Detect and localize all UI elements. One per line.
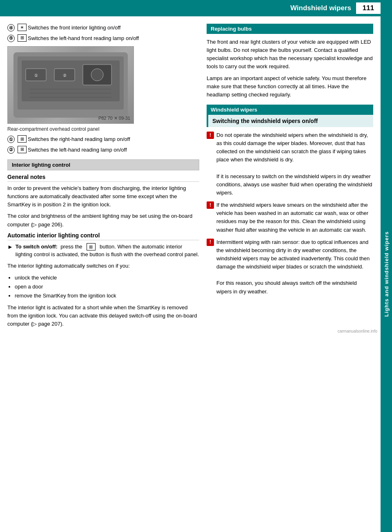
page-header: Windshield wipers 111	[0, 0, 392, 16]
icon-right-reading: ⊞	[18, 135, 27, 143]
warning-icon-3: !	[207, 239, 214, 246]
warning-block-2: ! If the windshield wipers leave smears …	[207, 201, 373, 234]
circle-num-p1: ①	[7, 136, 15, 143]
warning-block-1: ! Do not operate the windshield wipers w…	[207, 131, 373, 197]
circle-num-5: ⑤	[7, 35, 15, 42]
item-row-4: ④ ☀ Switches the front interior lighting…	[7, 24, 199, 32]
panel-item-2-text: Switches the left-hand reading lamp on/o…	[28, 146, 127, 154]
bullet-list: unlock the vehicle open a door remove th…	[15, 273, 199, 300]
icon-left-reading: ⊞	[18, 34, 27, 42]
switching-subheader: Switching the windshield wipers on/off	[207, 115, 373, 127]
panel-caption: Rear-compartment overhead control panel	[7, 126, 199, 132]
general-notes-title: General notes	[7, 174, 199, 182]
side-label-text: Lights and windshield wipers	[383, 231, 390, 317]
warning-icon-1: !	[207, 132, 214, 139]
warning-text-2: If the windshield wipers leave smears on…	[216, 201, 373, 234]
arrow-icon: ►	[7, 243, 13, 251]
replacing-bulbs-header: Replacing bulbs	[207, 24, 373, 34]
svg-text:①: ①	[34, 73, 38, 78]
general-notes-text2: The color and brightness of the ambient …	[7, 212, 199, 228]
action-row: ► To switch on/off: press the ⊞ button. …	[7, 243, 199, 259]
replacing-bulbs-text2: Lamps are an important aspect of vehicle…	[207, 74, 373, 99]
panel-image-label: P82 70 ✕ 09-31	[98, 116, 130, 121]
bullet-1: unlock the vehicle	[15, 273, 199, 282]
warning-block-3: ! Intermittent wiping with rain sensor: …	[207, 238, 373, 296]
warning-icon-2: !	[207, 201, 214, 209]
auto-text2: The interior light is activated for a sh…	[7, 304, 199, 328]
page-number: 111	[356, 2, 381, 14]
right-column: Replacing bulbs The front and rear light…	[207, 24, 373, 332]
item-4-text: Switches the front interior lighting on/…	[28, 24, 120, 32]
panel-image: ① ② P82 70 ✕ 09-3	[7, 46, 134, 124]
general-notes-text1: In order to prevent the vehicle's batter…	[7, 184, 199, 209]
svg-text:②: ②	[63, 73, 67, 78]
circle-num-4: ④	[7, 24, 15, 31]
auto-interior-title: Automatic interior lighting control	[7, 232, 199, 240]
icon-front-interior: ☀	[18, 24, 27, 31]
panel-item-row-1: ① ⊞ Switches the right-hand reading lamp…	[7, 135, 199, 143]
side-label: Lights and windshield wipers	[381, 16, 392, 532]
warning-text-1: Do not operate the windshield wipers whe…	[216, 131, 373, 197]
item-5-text: Switches the left-hand front reading lam…	[28, 34, 139, 42]
interior-lighting-header: Interior lighting control	[7, 159, 199, 170]
panel-item-1-text: Switches the right-hand reading lamp on/…	[28, 135, 130, 143]
replacing-bulbs-text1: The front and rear light clusters of you…	[207, 38, 373, 71]
windshield-wipers-header: Windshield wipers	[207, 105, 373, 115]
left-column: ④ ☀ Switches the front interior lighting…	[7, 24, 199, 332]
action-icon: ⊞	[87, 243, 96, 250]
auto-text1: The interior lighting automatically swit…	[7, 262, 199, 270]
bullet-3: remove the SmartKey from the ignition lo…	[15, 291, 199, 300]
warning-text-3: Intermittent wiping with rain sensor: du…	[216, 238, 373, 296]
header-title: Windshield wipers	[0, 4, 356, 12]
item-row-5: ⑤ ⊞ Switches the left-hand front reading…	[7, 34, 199, 42]
panel-image-inner: ① ②	[8, 47, 134, 123]
circle-num-p2: ②	[7, 146, 15, 154]
icon-left-reading-2: ⊞	[18, 146, 27, 153]
watermark: carmanualsonline.info	[338, 329, 377, 333]
panel-item-row-2: ② ⊞ Switches the left-hand reading lamp …	[7, 146, 199, 154]
panel-svg: ① ②	[9, 48, 132, 122]
svg-point-8	[91, 69, 103, 81]
action-label: To switch on/off:	[16, 244, 58, 250]
bullet-2: open a door	[15, 282, 199, 291]
action-text: To switch on/off: press the ⊞ button. Wh…	[16, 243, 199, 259]
